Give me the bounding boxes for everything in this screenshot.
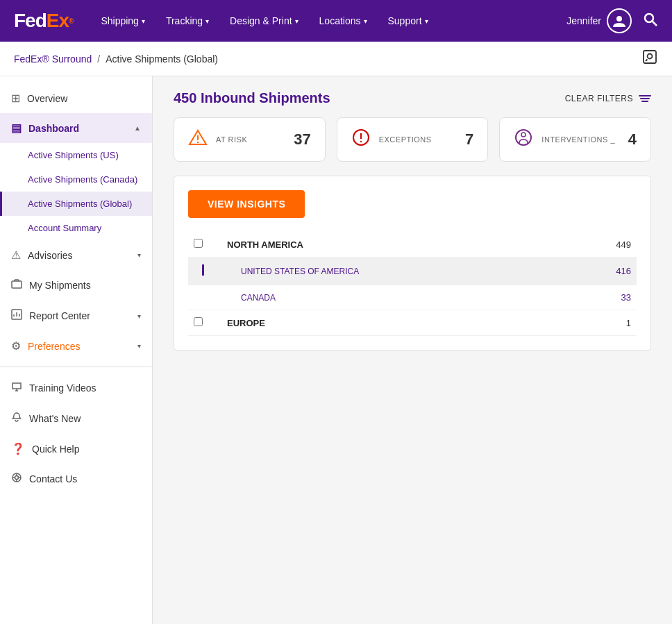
breadcrumb-bar: FedEx® Surround / Active Shipments (Glob… (0, 42, 672, 76)
europe-count: 1 (573, 310, 637, 336)
chevron-down-icon: ▾ (137, 342, 141, 350)
region-name: NORTH AMERICA (227, 239, 303, 250)
preferences-icon: ⚙ (11, 339, 21, 353)
chevron-down-icon: ▾ (295, 17, 299, 25)
view-insights-button[interactable]: VIEW INSIGHTS (188, 190, 305, 218)
status-card-interventions[interactable]: INTERVENTIONS _ 4 (499, 117, 651, 162)
sidebar-label-whats-new: What's New (29, 413, 81, 424)
sidebar-item-whats-new[interactable]: What's New (0, 403, 152, 434)
exceptions-icon (351, 128, 371, 151)
chevron-down-icon: ▾ (142, 17, 145, 25)
chevron-down-icon: ▾ (364, 17, 367, 25)
sidebar-divider (0, 366, 152, 367)
filter-icon (639, 95, 651, 102)
sidebar-label-overview: Overview (27, 93, 67, 104)
at-risk-icon (188, 128, 208, 151)
europe-region-cell: EUROPE (221, 310, 573, 336)
region-europe: EUROPE (227, 318, 265, 328)
fedex-fed: Fed (14, 10, 47, 32)
table-row: CANADA 33 (188, 285, 637, 310)
row-indent-cell-canada (188, 285, 221, 310)
sidebar-item-account-summary[interactable]: Account Summary (0, 216, 152, 240)
sidebar-item-quick-help[interactable]: ❓ Quick Help (0, 434, 152, 464)
svg-point-4 (648, 54, 653, 59)
status-card-at-risk[interactable]: AT RISK 37 (174, 117, 326, 162)
sidebar-item-report-center[interactable]: Report Center ▾ (0, 301, 152, 331)
sidebar-item-active-global[interactable]: Active Shipments (Global) (0, 192, 152, 216)
sidebar-label-report-center: Report Center (29, 310, 90, 321)
nav-design-print[interactable]: Design & Print ▾ (230, 15, 298, 26)
breadcrumb-current: Active Shipments (Global) (106, 53, 218, 65)
sidebar-label-my-shipments: My Shipments (29, 280, 91, 291)
svg-rect-6 (12, 281, 22, 288)
sidebar-item-my-shipments[interactable]: My Shipments (0, 270, 152, 301)
at-risk-label: AT RISK (216, 135, 247, 144)
quick-help-icon: ❓ (11, 442, 25, 455)
sidebar-item-dashboard[interactable]: ▤ Dashboard ▲ (0, 113, 152, 143)
usa-count[interactable]: 416 (573, 258, 637, 285)
region-name-cell: NORTH AMERICA (221, 232, 573, 258)
sidebar-label-quick-help: Quick Help (32, 444, 79, 455)
status-cards: AT RISK 37 EXCEPTIONS 7 (174, 117, 651, 162)
sidebar-label-preferences: Preferences (28, 341, 80, 352)
svg-point-22 (360, 141, 361, 142)
sub-region-cell: UNITED STATES OF AMERICA (221, 258, 573, 285)
svg-point-1 (645, 14, 653, 22)
svg-point-12 (15, 476, 19, 480)
sidebar-sub-menu: Active Shipments (US) Active Shipments (… (0, 143, 152, 240)
at-risk-count: 37 (294, 130, 310, 149)
sub-region-usa[interactable]: UNITED STATES OF AMERICA (227, 267, 359, 276)
nav-support[interactable]: Support ▾ (388, 15, 428, 26)
chevron-down-icon: ▾ (137, 251, 141, 259)
sidebar-item-active-us[interactable]: Active Shipments (US) (0, 143, 152, 167)
sidebar-label-advisories: Advisories (28, 250, 73, 261)
shipment-search-icon[interactable] (641, 49, 658, 69)
svg-line-2 (653, 21, 657, 26)
row-indent-cell (188, 258, 221, 285)
clear-filters-label: CLEAR FILTERS (565, 94, 633, 103)
fedex-logo[interactable]: FedEx® (14, 10, 73, 32)
main-content: 450 Inbound Shipments CLEAR FILTERS (153, 76, 672, 624)
breadcrumb-parent[interactable]: FedEx® Surround (14, 53, 92, 65)
north-america-count: 449 (573, 232, 637, 258)
svg-point-0 (616, 16, 622, 22)
sidebar-item-active-canada[interactable]: Active Shipments (Canada) (0, 167, 152, 192)
content-box: VIEW INSIGHTS NORTH AMERICA 449 (174, 176, 651, 351)
north-america-checkbox[interactable] (194, 239, 203, 248)
sidebar-item-preferences[interactable]: ⚙ Preferences ▾ (0, 331, 152, 361)
europe-checkbox[interactable] (194, 317, 203, 326)
clear-filters-button[interactable]: CLEAR FILTERS (565, 94, 651, 103)
user-icon (612, 13, 627, 28)
sub-region-canada[interactable]: CANADA (227, 293, 276, 303)
sidebar-item-advisories[interactable]: ⚠ Advisories ▾ (0, 240, 152, 270)
svg-line-5 (646, 60, 648, 62)
table-row[interactable]: UNITED STATES OF AMERICA 416 (188, 258, 637, 285)
whats-new-icon (11, 412, 22, 425)
sidebar-item-overview[interactable]: ⊞ Overview (0, 83, 152, 113)
user-info[interactable]: Jennifer (566, 8, 632, 33)
contact-us-icon (11, 472, 22, 486)
canada-count[interactable]: 33 (573, 285, 637, 310)
nav-shipping[interactable]: Shipping ▾ (101, 15, 145, 26)
exceptions-count: 7 (465, 130, 473, 149)
sidebar: ⊞ Overview ▤ Dashboard ▲ Active Shipment… (0, 76, 153, 624)
chevron-down-icon: ▾ (205, 17, 209, 25)
search-icon[interactable] (643, 12, 658, 31)
chevron-down-icon: ▾ (137, 312, 141, 320)
chevron-down-icon: ▾ (425, 17, 428, 25)
interventions-label: INTERVENTIONS _ (541, 135, 615, 144)
status-card-exceptions[interactable]: EXCEPTIONS 7 (337, 117, 489, 162)
content-header: 450 Inbound Shipments CLEAR FILTERS (174, 90, 651, 106)
advisories-icon: ⚠ (11, 248, 21, 262)
sidebar-label-contact-us: Contact Us (29, 473, 77, 484)
my-shipments-icon (11, 278, 22, 292)
svg-point-24 (521, 133, 526, 137)
user-name: Jennifer (566, 15, 601, 26)
nav-locations[interactable]: Locations ▾ (319, 15, 367, 26)
sidebar-item-contact-us[interactable]: Contact Us (0, 464, 152, 494)
nav-tracking[interactable]: Tracking ▾ (166, 15, 209, 26)
fedex-dot: ® (69, 17, 73, 25)
dashboard-icon: ▤ (11, 121, 22, 135)
top-navigation: FedEx® Shipping ▾ Tracking ▾ Design & Pr… (0, 0, 672, 42)
sidebar-item-training[interactable]: Training Videos (0, 373, 152, 403)
